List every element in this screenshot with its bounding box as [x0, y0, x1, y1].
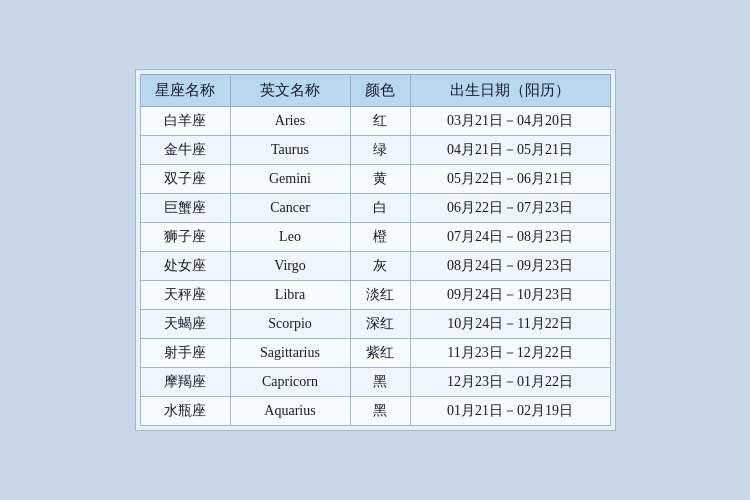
cell-color: 橙 — [350, 223, 410, 252]
cell-english: Libra — [230, 281, 350, 310]
cell-english: Cancer — [230, 194, 350, 223]
header-english: 英文名称 — [230, 75, 350, 107]
cell-english: Leo — [230, 223, 350, 252]
cell-chinese: 处女座 — [140, 252, 230, 281]
table-row: 天蝎座Scorpio深红10月24日－11月22日 — [140, 310, 610, 339]
cell-color: 黑 — [350, 397, 410, 426]
cell-date: 08月24日－09月23日 — [410, 252, 610, 281]
header-date: 出生日期（阳历） — [410, 75, 610, 107]
cell-date: 04月21日－05月21日 — [410, 136, 610, 165]
cell-chinese: 金牛座 — [140, 136, 230, 165]
table-row: 金牛座Taurus绿04月21日－05月21日 — [140, 136, 610, 165]
cell-color: 深红 — [350, 310, 410, 339]
table-row: 水瓶座Aquarius黑01月21日－02月19日 — [140, 397, 610, 426]
cell-english: Sagittarius — [230, 339, 350, 368]
cell-chinese: 白羊座 — [140, 107, 230, 136]
header-color: 颜色 — [350, 75, 410, 107]
table-row: 白羊座Aries红03月21日－04月20日 — [140, 107, 610, 136]
zodiac-table-container: 星座名称 英文名称 颜色 出生日期（阳历） 白羊座Aries红03月21日－04… — [135, 69, 616, 431]
cell-chinese: 水瓶座 — [140, 397, 230, 426]
cell-date: 11月23日－12月22日 — [410, 339, 610, 368]
zodiac-table: 星座名称 英文名称 颜色 出生日期（阳历） 白羊座Aries红03月21日－04… — [140, 74, 611, 426]
table-header-row: 星座名称 英文名称 颜色 出生日期（阳历） — [140, 75, 610, 107]
cell-english: Taurus — [230, 136, 350, 165]
cell-chinese: 天秤座 — [140, 281, 230, 310]
cell-english: Gemini — [230, 165, 350, 194]
cell-date: 06月22日－07月23日 — [410, 194, 610, 223]
cell-color: 黄 — [350, 165, 410, 194]
table-row: 射手座Sagittarius紫红11月23日－12月22日 — [140, 339, 610, 368]
cell-color: 灰 — [350, 252, 410, 281]
cell-color: 白 — [350, 194, 410, 223]
cell-color: 紫红 — [350, 339, 410, 368]
cell-date: 07月24日－08月23日 — [410, 223, 610, 252]
cell-date: 03月21日－04月20日 — [410, 107, 610, 136]
cell-english: Capricorn — [230, 368, 350, 397]
table-row: 双子座Gemini黄05月22日－06月21日 — [140, 165, 610, 194]
cell-color: 红 — [350, 107, 410, 136]
cell-color: 淡红 — [350, 281, 410, 310]
table-row: 狮子座Leo橙07月24日－08月23日 — [140, 223, 610, 252]
cell-chinese: 天蝎座 — [140, 310, 230, 339]
header-chinese: 星座名称 — [140, 75, 230, 107]
cell-english: Virgo — [230, 252, 350, 281]
cell-color: 黑 — [350, 368, 410, 397]
cell-date: 01月21日－02月19日 — [410, 397, 610, 426]
cell-date: 10月24日－11月22日 — [410, 310, 610, 339]
cell-chinese: 摩羯座 — [140, 368, 230, 397]
cell-chinese: 狮子座 — [140, 223, 230, 252]
cell-chinese: 射手座 — [140, 339, 230, 368]
cell-chinese: 双子座 — [140, 165, 230, 194]
cell-english: Aries — [230, 107, 350, 136]
table-row: 天秤座Libra淡红09月24日－10月23日 — [140, 281, 610, 310]
table-row: 摩羯座Capricorn黑12月23日－01月22日 — [140, 368, 610, 397]
table-row: 巨蟹座Cancer白06月22日－07月23日 — [140, 194, 610, 223]
cell-color: 绿 — [350, 136, 410, 165]
cell-english: Aquarius — [230, 397, 350, 426]
cell-chinese: 巨蟹座 — [140, 194, 230, 223]
cell-date: 12月23日－01月22日 — [410, 368, 610, 397]
cell-date: 09月24日－10月23日 — [410, 281, 610, 310]
table-row: 处女座Virgo灰08月24日－09月23日 — [140, 252, 610, 281]
cell-date: 05月22日－06月21日 — [410, 165, 610, 194]
cell-english: Scorpio — [230, 310, 350, 339]
